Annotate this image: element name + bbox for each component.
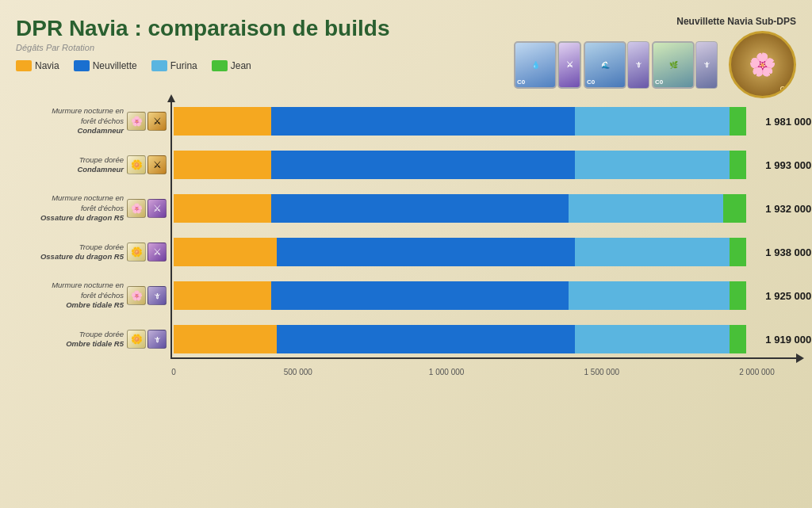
char-furina: 🌊 C0 <box>584 41 626 89</box>
bar3-jean <box>723 194 746 223</box>
team-title: Neuvillette Navia Sub-DPS <box>676 16 796 27</box>
bar-row-3: 1 932 000 <box>174 189 796 228</box>
label-row-4: Troupe dorée Ossature du dragon R5 🌼 ⚔ <box>16 232 167 272</box>
row3-line1: Murmure nocturne en <box>40 193 124 203</box>
row3-icons: 🌸 ⚔ <box>127 199 167 218</box>
row5-weapon-icon: 🗡 <box>147 286 167 305</box>
bar2-navia <box>174 151 271 179</box>
row5-artifact-icon: 🌸 <box>127 286 146 305</box>
row4-weapon-icon: ⚔ <box>147 243 167 262</box>
row3-line3: Ossature du dragon R5 <box>40 213 124 223</box>
row3-line2: forêt d'échos <box>40 204 124 213</box>
bar6-furina <box>575 325 730 353</box>
legend-label-neuvillette: Neuvillette <box>93 60 137 71</box>
char-jean: 🌿 C0 <box>652 41 695 89</box>
team-section: Neuvillette Navia Sub-DPS 💧 C0 ⚔ <box>514 16 796 98</box>
weapon-furina-icon: 🗡 <box>634 60 642 69</box>
bar2-neuv <box>271 151 575 179</box>
label-row-3: Murmure nocturne en forêt d'échos Ossatu… <box>16 189 167 228</box>
legend: Navia Neuvillette Furina Jean <box>16 60 514 71</box>
neuvillette-icon: 💧 <box>531 61 540 69</box>
legend-item-navia: Navia <box>16 60 59 71</box>
bar4-neuv <box>277 238 575 266</box>
tick-1m: 1 000 000 <box>429 368 465 376</box>
row5-icons: 🌸 🗡 <box>127 286 167 305</box>
row6-icons: 🌼 🗡 <box>127 330 167 349</box>
bar1-furina <box>575 107 730 136</box>
row2-line3: Condamneur <box>77 165 124 174</box>
bar1-value: 1 981 000 <box>765 116 811 128</box>
label-row-6: Troupe dorée Ombre tidale R5 🌼 🗡 <box>16 319 167 359</box>
row6-artifact-icon: 🌼 <box>127 330 146 349</box>
furina-icon: 🌊 <box>601 61 610 69</box>
weapon-jean-icon: 🗡 <box>703 60 710 69</box>
bar4-furina <box>575 238 730 266</box>
row6-line1: Troupe dorée <box>66 330 124 339</box>
jean-icon: 🌿 <box>669 61 678 69</box>
y-axis-arrow <box>167 94 175 102</box>
bar3-navia <box>174 194 271 223</box>
row1-weapon-icon: ⚔ <box>147 112 167 131</box>
weapon-furina: 🗡 <box>627 41 649 89</box>
row3-weapon-icon: ⚔ <box>147 199 167 218</box>
main-container: DPR Navia : comparaison de builds Dégâts… <box>0 0 812 508</box>
stacked-bar-5: 1 925 000 <box>174 281 746 310</box>
legend-item-furina: Furina <box>151 60 197 71</box>
stacked-bar-2: 1 993 000 <box>174 151 746 179</box>
legend-label-jean: Jean <box>231 60 251 71</box>
bar6-jean <box>730 325 747 353</box>
legend-item-jean: Jean <box>212 60 251 71</box>
row5-line1: Murmure nocturne en <box>52 281 124 290</box>
row2-artifact-icon: 🌼 <box>127 155 146 174</box>
weapon-jean: 🗡 <box>695 41 718 89</box>
row6-line3: Ombre tidale R5 <box>66 339 124 349</box>
bar6-value: 1 919 000 <box>765 334 811 346</box>
weapon-neuvillette: ⚔ <box>557 41 581 89</box>
navia-avatar-icon: 🌸 <box>749 52 776 78</box>
x-axis-ticks: 0 500 000 1 000 000 1 500 000 2 000 000 <box>174 368 796 376</box>
header: DPR Navia : comparaison de builds Dégâts… <box>16 16 796 98</box>
bar-row-1: 1 981 000 <box>174 101 796 141</box>
bar5-neuv <box>271 281 569 310</box>
bar2-jean <box>730 151 747 179</box>
stacked-bar-3: 1 932 000 <box>174 194 746 223</box>
navia-c0-badge: C0 <box>779 85 789 93</box>
tick-0: 0 <box>171 368 176 376</box>
stacked-bar-6: 1 919 000 <box>174 325 746 353</box>
legend-color-jean <box>212 60 228 71</box>
tick-1500k: 1 500 000 <box>584 368 620 376</box>
weapon-neuvillette-icon: ⚔ <box>566 60 573 69</box>
row1-artifact-icon: 🌸 <box>127 112 146 131</box>
tick-2m: 2 000 000 <box>739 368 775 376</box>
chart-main: Murmure nocturne en forêt d'échos Condam… <box>16 101 796 383</box>
legend-label-navia: Navia <box>35 60 59 71</box>
bar-row-6: 1 919 000 <box>174 319 796 359</box>
bar2-value: 1 993 000 <box>765 159 811 171</box>
label-row-2: Troupe dorée Condamneur 🌼 ⚔ <box>16 145 167 185</box>
bar3-value: 1 932 000 <box>765 203 811 215</box>
tick-500k: 500 000 <box>284 368 312 376</box>
header-left: DPR Navia : comparaison de builds Dégâts… <box>16 16 514 76</box>
row2-weapon-icon: ⚔ <box>147 155 167 174</box>
bar4-value: 1 938 000 <box>765 246 811 258</box>
bar1-navia <box>174 107 271 136</box>
neuvillette-pair: 💧 C0 ⚔ <box>514 41 581 89</box>
x-axis-line <box>170 357 796 359</box>
bar3-neuv <box>271 194 569 223</box>
bar5-value: 1 925 000 <box>765 290 811 302</box>
label-row-5: Murmure nocturne en forêt d'échos Ombre … <box>16 276 167 315</box>
row4-line1: Troupe dorée <box>40 243 124 252</box>
bar3-furina <box>569 194 723 223</box>
team-chars: 💧 C0 ⚔ 🌊 C0 🗡 <box>514 41 718 89</box>
legend-color-navia <box>16 60 32 71</box>
row6-weapon-icon: 🗡 <box>147 330 167 349</box>
bar4-jean <box>730 238 747 266</box>
bar5-navia <box>174 281 271 310</box>
chart-area: 1 981 000 1 993 000 <box>170 101 796 383</box>
row4-icons: 🌼 ⚔ <box>127 243 167 262</box>
bar5-jean <box>730 281 747 310</box>
bar4-navia <box>174 238 277 266</box>
bar2-furina <box>575 151 730 179</box>
bar-row-4: 1 938 000 <box>174 232 796 272</box>
bar6-navia <box>174 325 277 353</box>
